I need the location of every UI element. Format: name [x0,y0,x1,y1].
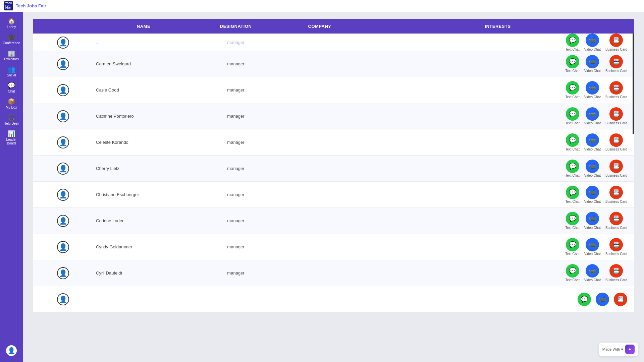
designation-cell: manager [194,38,278,47]
video-chat-button[interactable]: 📹 Video Chat [584,81,601,99]
business-card-label: Business Card [605,226,627,230]
sidebar-item-helpdesk[interactable]: 🎧 Help Desk [0,112,23,128]
company-cell [278,140,362,144]
person-designation: manager [227,114,244,119]
video-chat-button[interactable]: 📹 Video Chat [584,186,601,203]
text-chat-icon: 💬 [566,81,579,95]
business-card-label: Business Card [605,69,627,73]
video-chat-button[interactable]: 📹 Video Chat [584,107,601,125]
lobby-icon: 🏠 [8,18,15,24]
company-cell [278,114,362,118]
text-chat-button[interactable]: 💬 Text Chat [565,212,579,230]
video-chat-icon: 📹 [586,186,599,199]
business-card-button[interactable]: 📇 Business Card [605,238,627,256]
actions-cell: 💬 Text Chat 📹 Video Chat 📇 Business Card [362,238,634,256]
designation-cell: manager [194,190,278,199]
avatar-cell: 👤 [33,108,93,124]
video-chat-button[interactable]: 📹 Video Chat [584,34,601,51]
text-chat-button[interactable]: 💬 Text Chat [565,264,579,282]
video-chat-button[interactable]: 📹 [596,293,609,306]
video-chat-button[interactable]: 📹 Video Chat [584,160,601,177]
person-designation: manager [227,192,244,197]
table-row: 👤 Corinne Loder manager 💬 Text Chat 📹 [33,208,634,234]
text-chat-button[interactable]: 💬 Text Chat [565,133,579,151]
designation-cell: manager [194,59,278,68]
sidebar-item-exhibitors[interactable]: 🏢 Exhibitors [0,48,23,64]
user-avatar: 👤 [57,58,69,70]
video-chat-button[interactable]: 📹 Video Chat [584,238,601,256]
sidebar-item-leaderboard[interactable]: 📊 Leader Board [0,128,23,148]
business-card-label: Business Card [605,95,627,99]
text-chat-icon: 💬 [566,107,579,121]
sidebar-item-conference[interactable]: 🎥 Conference [0,32,23,48]
conference-icon: 🎥 [8,34,15,40]
table-header: NAME DESIGNATION COMPANY INTERESTS [33,19,634,34]
business-card-button[interactable]: 📇 Business Card [605,55,627,73]
business-card-label: Business Card [605,174,627,177]
video-chat-button[interactable]: 📹 Video Chat [584,264,601,282]
video-chat-icon: 📹 [586,34,599,47]
sidebar-item-mybox[interactable]: 📦 My Box [0,96,23,112]
table-row: 👤 ... manager 💬 Text Chat 📹 Video [33,34,634,51]
video-chat-label: Video Chat [584,48,601,51]
table-row: 👤 Casie Good manager 💬 Text Chat 📹 [33,77,634,103]
text-chat-button[interactable]: 💬 Text Chat [565,55,579,73]
business-card-button[interactable]: 📇 Business Card [605,133,627,151]
video-chat-button[interactable]: 📹 Video Chat [584,212,601,230]
person-designation: manager [227,61,244,66]
user-avatar: 👤 [6,345,17,356]
sidebar-item-chat[interactable]: 💬 Chat [0,80,23,96]
th-avatar [33,24,93,28]
text-chat-button[interactable]: 💬 Text Chat [565,81,579,99]
business-card-button[interactable]: 📇 Business Card [605,81,627,99]
business-card-button[interactable]: 📇 [614,293,627,306]
video-chat-icon: 📹 [586,160,599,173]
video-chat-label: Video Chat [584,174,601,177]
business-card-button[interactable]: 📇 Business Card [605,160,627,177]
video-chat-label: Video Chat [584,200,601,203]
name-cell: Cyril Daufeldt [93,268,194,278]
business-card-icon: 📇 [609,55,623,68]
leaderboard-icon: 📊 [8,131,15,137]
video-chat-button[interactable]: 📹 Video Chat [584,55,601,73]
actions-cell: 💬 Text Chat 📹 Video Chat 📇 Business Card [362,160,634,177]
video-chat-icon: 📹 [586,81,599,95]
video-chat-button[interactable]: 📹 Video Chat [584,133,601,151]
text-chat-button[interactable]: 💬 Text Chat [565,160,579,177]
user-avatar: 👤 [57,241,69,253]
business-card-button[interactable]: 📇 Business Card [605,212,627,230]
company-cell [278,271,362,275]
business-card-button[interactable]: 📇 Business Card [605,186,627,203]
table-row: 👤 💬 📹 📇 [33,286,634,312]
helpdesk-icon: 🎧 [8,115,15,121]
name-cell: Cathrine Pontoriero [93,112,194,121]
business-card-button[interactable]: 📇 Business Card [605,34,627,51]
text-chat-button[interactable]: 💬 Text Chat [565,34,579,51]
avatar-cell: 👤 [33,213,93,229]
business-card-button[interactable]: 📇 Business Card [605,264,627,282]
text-chat-icon: 💬 [566,55,579,68]
text-chat-button[interactable]: 💬 [578,293,591,306]
sidebar-item-profile[interactable]: 👤 [4,343,19,359]
avatar-cell: 👤 [33,187,93,203]
sidebar-bottom: 👤 [4,343,19,359]
text-chat-button[interactable]: 💬 Text Chat [565,238,579,256]
scrollbar[interactable] [633,34,634,134]
avatar-cell: 👤 [33,35,93,51]
sidebar-label-chat: Chat [8,89,15,93]
person-designation: manager [227,244,244,249]
company-cell [278,167,362,171]
sidebar-item-lobby[interactable]: 🏠 Lobby [0,15,23,32]
person-name: Carmen Sweigard [96,61,131,66]
text-chat-button[interactable]: 💬 Text Chat [565,107,579,125]
sidebar-label-helpdesk: Help Desk [4,122,19,125]
business-card-button[interactable]: 📇 Business Card [605,107,627,125]
designation-cell: manager [194,216,278,225]
actions-cell: 💬 Text Chat 📹 Video Chat 📇 Business Card [362,34,634,51]
business-card-icon: 📇 [609,212,623,225]
business-card-label: Business Card [605,200,627,203]
text-chat-button[interactable]: 💬 Text Chat [565,186,579,203]
sidebar-item-social[interactable]: 👥 Social [0,64,23,80]
avatar-cell: 👤 [33,161,93,177]
made-with-logo: ✦ [625,345,635,354]
